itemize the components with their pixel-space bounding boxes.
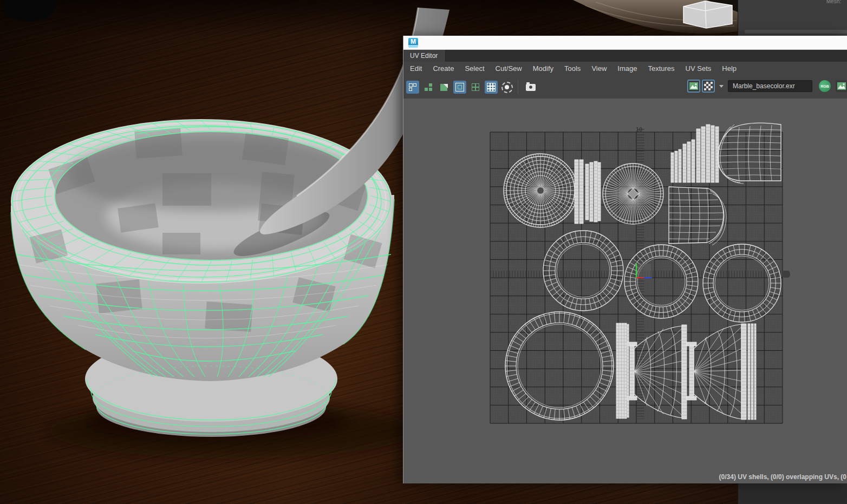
menu-item-modify[interactable]: Modify <box>527 64 559 73</box>
uv-canvas[interactable]: 10 <box>403 99 847 483</box>
menu-item-cut-sew[interactable]: Cut/Sew <box>490 64 527 73</box>
menu-item-create[interactable]: Create <box>427 64 459 73</box>
background-panel-partial-text: Mesh: <box>826 0 841 4</box>
image-range-icon[interactable] <box>836 80 847 92</box>
uv-move-shell-icon[interactable] <box>422 81 435 94</box>
rgb-channels-icon[interactable]: RGB <box>819 80 831 92</box>
uv-cut-shell-icon[interactable] <box>438 81 451 94</box>
tab-bar: UV Editor <box>403 50 847 62</box>
screenshot-root: Mesh: M UV Editor EditCreateSelectCut/Se… <box>0 0 847 504</box>
display-grid-icon[interactable] <box>469 81 482 94</box>
menu-item-edit[interactable]: Edit <box>405 64 427 73</box>
background-panel-top: Mesh: <box>738 0 847 36</box>
menu-item-select[interactable]: Select <box>459 64 490 73</box>
tab-uv-editor[interactable]: UV Editor <box>403 50 446 62</box>
texture-dropdown-arrow-icon[interactable] <box>719 85 724 88</box>
maya-app-icon: M <box>408 38 418 48</box>
menu-item-image[interactable]: Image <box>612 64 642 73</box>
texture-controls: RGB ▾ <box>687 80 847 93</box>
shade-uvs-icon[interactable] <box>500 81 513 94</box>
menu-item-help[interactable]: Help <box>716 64 742 73</box>
display-image-icon[interactable] <box>453 81 466 94</box>
toolbar-separator <box>518 80 518 94</box>
uv-shell-status-text: (0/34) UV shells, (0/0) overlapping UVs,… <box>719 473 846 481</box>
svg-text:10: 10 <box>636 126 642 133</box>
menu-item-tools[interactable]: Tools <box>559 64 586 73</box>
window-titlebar[interactable]: M <box>403 36 847 50</box>
uv-editor-window: M UV Editor EditCreateSelectCut/SewModif… <box>403 36 847 483</box>
toolbar: RGB ▾ <box>403 75 847 100</box>
background-panel-bottom <box>738 483 847 504</box>
menu-bar: EditCreateSelectCut/SewModifyToolsViewIm… <box>403 62 847 75</box>
menu-item-view[interactable]: View <box>586 64 612 73</box>
menu-item-textures[interactable]: Textures <box>642 64 680 73</box>
background-scrollbar[interactable] <box>745 30 847 34</box>
uv-shell-layout-icon[interactable] <box>406 81 419 94</box>
texture-view-icon[interactable] <box>687 80 700 93</box>
uv-snapshot-icon[interactable] <box>524 81 537 94</box>
texture-name-field[interactable] <box>728 80 812 92</box>
menu-item-uv-sets[interactable]: UV Sets <box>680 64 717 73</box>
checker-map-icon[interactable] <box>702 80 715 93</box>
pixel-grid-icon[interactable] <box>485 81 498 94</box>
